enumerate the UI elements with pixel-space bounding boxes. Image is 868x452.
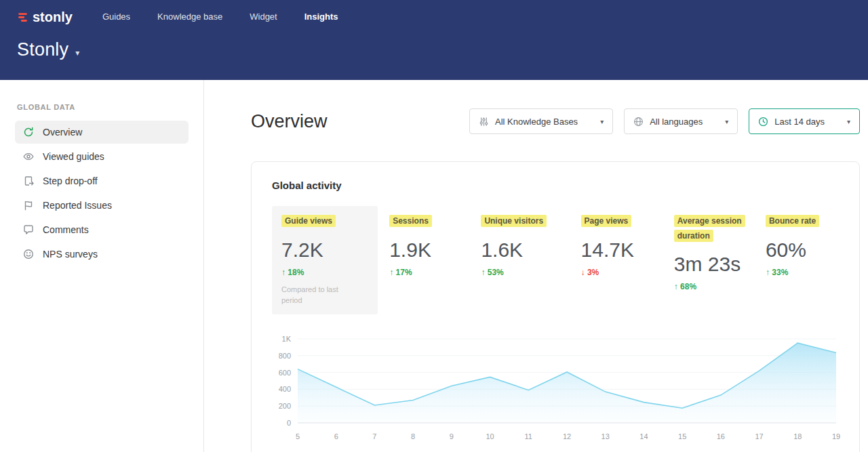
- svg-text:200: 200: [279, 402, 291, 410]
- svg-text:18: 18: [793, 432, 802, 440]
- metric-unique-visitors[interactable]: Unique visitors 1.6K ↑ 53%: [481, 206, 569, 285]
- sidebar-item-label: Comments: [43, 224, 89, 235]
- sidebar-item-nps-surveys[interactable]: NPS surveys: [15, 243, 189, 266]
- metric-label: Sessions: [389, 215, 432, 227]
- activity-chart-svg: 02004006008001K5678910111213141516171819: [272, 331, 840, 445]
- sidebar-item-reported-issues[interactable]: Reported Issues: [15, 194, 189, 217]
- clock-icon: [758, 117, 768, 127]
- sidebar-section-label: GLOBAL DATA: [17, 103, 203, 111]
- date-range-filter[interactable]: Last 14 days ▾: [749, 108, 860, 134]
- global-activity-card: Global activity Guide views 7.2K ↑ 18% C…: [251, 161, 860, 452]
- sidebar-item-overview[interactable]: Overview: [15, 121, 189, 144]
- svg-text:15: 15: [678, 432, 686, 440]
- metric-value: 3m 23s: [674, 253, 754, 276]
- sidebar-item-label: Reported Issues: [43, 200, 112, 211]
- languages-filter-label: All languages: [650, 117, 703, 127]
- top-navigation: stonly Guides Knowledge base Widget Insi…: [17, 0, 851, 27]
- date-range-filter-label: Last 14 days: [774, 117, 825, 127]
- knowledge-bases-filter-label: All Knowledge Bases: [495, 117, 578, 127]
- stonly-logo[interactable]: stonly: [17, 9, 73, 25]
- metric-label: Average session duration: [674, 215, 745, 242]
- svg-text:9: 9: [450, 432, 454, 440]
- svg-text:12: 12: [563, 432, 571, 440]
- metric-label: Guide views: [281, 215, 336, 227]
- comment-bubble-icon: [23, 224, 34, 235]
- svg-text:11: 11: [525, 432, 532, 440]
- content-shell: GLOBAL DATA Overview Viewed guides: [0, 80, 868, 452]
- step-dropoff-icon: [23, 176, 34, 186]
- metric-delta: ↑ 33%: [766, 268, 839, 277]
- svg-text:8: 8: [411, 432, 415, 440]
- chevron-down-icon: ▾: [725, 118, 728, 125]
- metric-value: 7.2K: [281, 239, 368, 262]
- filters-bar: All Knowledge Bases ▾ All languages ▾: [469, 108, 860, 134]
- globe-icon: [633, 117, 644, 127]
- title-row: Overview All Knowledge Bases ▾: [251, 108, 860, 134]
- app-header: stonly Guides Knowledge base Widget Insi…: [0, 0, 868, 80]
- svg-text:800: 800: [279, 351, 291, 359]
- metric-value: 14.7K: [581, 239, 663, 262]
- metric-delta: ↑ 53%: [481, 268, 569, 277]
- metrics-row: Guide views 7.2K ↑ 18% Compared to last …: [272, 206, 839, 314]
- svg-text:5: 5: [296, 432, 300, 440]
- workspace-title: Stonly: [17, 39, 68, 60]
- languages-filter[interactable]: All languages ▾: [624, 108, 738, 134]
- svg-text:16: 16: [717, 432, 725, 440]
- metric-label: Bounce rate: [766, 215, 819, 227]
- arrow-up-icon: ↑: [389, 268, 393, 277]
- metric-delta: ↑ 18%: [281, 268, 368, 277]
- sidebar-item-step-drop-off[interactable]: Step drop-off: [15, 169, 189, 192]
- knowledge-bases-filter[interactable]: All Knowledge Bases ▾: [469, 108, 613, 134]
- metric-note: Compared to last period: [281, 284, 351, 306]
- nav-item-insights[interactable]: Insights: [304, 3, 338, 30]
- sidebar-item-comments[interactable]: Comments: [15, 218, 189, 241]
- metric-value: 1.9K: [389, 239, 469, 262]
- metric-page-views[interactable]: Page views 14.7K ↓ 3%: [581, 206, 663, 285]
- svg-text:10: 10: [486, 432, 494, 440]
- sidebar-item-label: Viewed guides: [43, 151, 104, 162]
- eye-icon: [23, 151, 34, 162]
- main-content: Overview All Knowledge Bases ▾: [204, 80, 868, 452]
- metric-guide-views[interactable]: Guide views 7.2K ↑ 18% Compared to last …: [272, 206, 378, 314]
- svg-text:14: 14: [639, 432, 648, 440]
- chevron-down-icon: ▾: [600, 118, 604, 125]
- flag-icon: [23, 200, 34, 211]
- sidebar-item-label: Step drop-off: [43, 176, 98, 186]
- svg-text:19: 19: [832, 432, 840, 440]
- svg-text:1K: 1K: [282, 335, 292, 343]
- svg-text:6: 6: [334, 432, 338, 440]
- page-title: Overview: [251, 111, 328, 132]
- card-title: Global activity: [272, 180, 839, 191]
- sliders-icon: [479, 117, 489, 127]
- svg-text:600: 600: [279, 368, 291, 376]
- chevron-down-icon: ▾: [847, 118, 850, 125]
- nav-item-widget[interactable]: Widget: [250, 3, 277, 30]
- chevron-down-icon: ▾: [75, 48, 79, 58]
- svg-text:17: 17: [755, 432, 763, 440]
- metric-delta: ↑ 68%: [674, 282, 754, 291]
- metric-sessions[interactable]: Sessions 1.9K ↑ 17%: [389, 206, 469, 285]
- nav-item-guides[interactable]: Guides: [102, 3, 130, 30]
- arrow-up-icon: ↑: [481, 268, 485, 277]
- metric-delta: ↓ 3%: [581, 268, 663, 277]
- stonly-logo-icon: [17, 12, 28, 23]
- metric-label: Page views: [581, 215, 632, 227]
- sidebar-item-label: Overview: [43, 127, 82, 138]
- arrow-up-icon: ↑: [674, 282, 678, 291]
- metric-value: 60%: [766, 239, 839, 262]
- smiley-icon: [23, 249, 34, 260]
- metric-delta: ↑ 17%: [389, 268, 469, 277]
- svg-text:7: 7: [372, 432, 376, 440]
- sidebar-item-viewed-guides[interactable]: Viewed guides: [15, 145, 189, 168]
- activity-chart: 02004006008001K5678910111213141516171819: [272, 331, 839, 447]
- metric-bounce-rate[interactable]: Bounce rate 60% ↑ 33%: [766, 206, 839, 285]
- metric-label: Unique visitors: [481, 215, 547, 227]
- arrow-up-icon: ↑: [766, 268, 770, 277]
- workspace-selector[interactable]: Stonly ▾: [17, 39, 851, 60]
- svg-text:13: 13: [601, 432, 610, 440]
- svg-text:0: 0: [287, 419, 291, 427]
- arrow-down-icon: ↓: [581, 268, 585, 277]
- nav-item-knowledge-base[interactable]: Knowledge base: [157, 3, 222, 30]
- metric-avg-session-duration[interactable]: Average session duration 3m 23s ↑ 68%: [674, 206, 754, 300]
- arrow-up-icon: ↑: [281, 268, 285, 277]
